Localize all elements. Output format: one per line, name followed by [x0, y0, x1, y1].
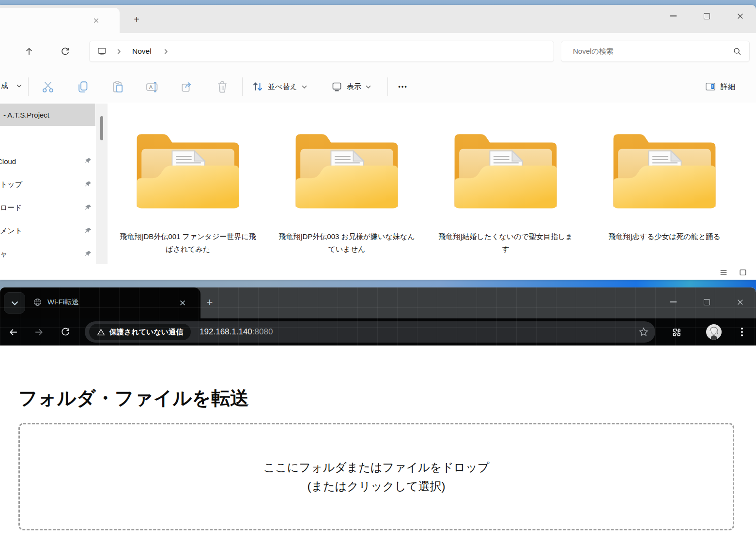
warning-icon [97, 328, 105, 336]
pin-icon[interactable] [84, 250, 92, 258]
up-button[interactable] [22, 45, 36, 58]
minimize-button[interactable] [666, 9, 680, 23]
sidebar-item-label: Cloud [0, 157, 16, 165]
folder-item[interactable]: 飛竜翔]結婚したくないので聖女目指します [433, 123, 578, 255]
folder-icon [450, 123, 561, 216]
details-button[interactable]: 詳細 [705, 79, 735, 94]
new-tab-button[interactable]: + [129, 12, 144, 27]
sort-arrows-icon [252, 81, 263, 92]
chevron-down-icon [302, 85, 307, 89]
view-label: 表示 [347, 82, 361, 91]
close-button[interactable] [733, 9, 747, 23]
chevron-down-icon[interactable] [16, 84, 22, 88]
file-explorer-window: + Novel [0, 5, 756, 280]
explorer-address-row: Novel Novelの検索 [0, 33, 756, 71]
explorer-statusbar [0, 264, 756, 280]
search-icon[interactable] [733, 47, 741, 56]
copy-button[interactable] [77, 80, 89, 93]
profile-avatar[interactable] [706, 324, 722, 340]
maximize-button[interactable] [699, 295, 714, 309]
tab-close-button[interactable] [91, 15, 101, 26]
reload-button[interactable] [59, 325, 72, 339]
browser-active-tab[interactable]: Wi-Fi転送 [27, 290, 200, 318]
sidebar-scrollbar[interactable] [96, 104, 108, 264]
thumbnail-view-button[interactable] [737, 267, 749, 278]
extensions-icon[interactable] [669, 325, 683, 339]
sidebar-item-desktop[interactable]: トップ [0, 178, 95, 191]
maximize-button[interactable] [699, 9, 714, 23]
share-button[interactable] [181, 80, 193, 93]
details-panel-icon [705, 81, 716, 92]
search-placeholder: Novelの検索 [573, 47, 733, 56]
screen: + Novel [0, 0, 756, 556]
sidebar-item-documents[interactable]: メント [0, 224, 95, 238]
scrollbar-thumb[interactable] [100, 116, 103, 140]
folder-item[interactable]: 飛竜翔]恋する少女は死の龍と踊る [592, 123, 737, 243]
menu-kebab-icon[interactable] [738, 325, 746, 339]
cut-button[interactable] [42, 80, 54, 93]
dropzone-text-line2: (またはクリックして選択) [307, 477, 445, 496]
toolbar-divider [28, 77, 29, 96]
omnibox[interactable]: 保護されていない通信 192.168.1.140 :8080 [85, 321, 655, 343]
sidebar-item-downloads[interactable]: ロード [0, 201, 95, 214]
refresh-button[interactable] [58, 45, 72, 58]
pin-icon[interactable] [84, 157, 92, 165]
security-chip-label: 保護されていない通信 [109, 328, 183, 337]
new-tab-button[interactable]: + [201, 294, 218, 311]
browser-chrome-top: Wi-Fi転送 + [0, 287, 756, 346]
sidebar-item-pictures[interactable]: ャ [0, 247, 95, 261]
folder-icon [291, 123, 402, 216]
avatar-sketch [706, 324, 722, 340]
sidebar-item-onedrive-project[interactable]: - A.T.S.Project [0, 104, 95, 126]
folder-name: 飛竜翔]結婚したくないので聖女目指します [437, 230, 574, 255]
explorer-toolbar: 成 並べ替え 表示 ••• [0, 71, 756, 103]
search-box[interactable]: Novelの検索 [561, 41, 750, 62]
url-port: :8080 [252, 327, 273, 337]
new-menu-label[interactable]: 成 [1, 81, 8, 90]
pin-icon[interactable] [84, 180, 92, 188]
browser-tabstrip: Wi-Fi転送 + [0, 287, 756, 318]
details-label: 詳細 [721, 82, 735, 91]
sidebar-item-label: メント [0, 226, 22, 236]
rename-button[interactable] [146, 80, 158, 93]
toolbar-divider [387, 77, 388, 96]
sort-label: 並べ替え [268, 82, 297, 91]
pin-icon[interactable] [84, 227, 92, 235]
list-view-button[interactable] [718, 267, 729, 278]
folder-item[interactable]: 飛竜翔]DB外伝001 ファンタジー世界に飛ばされてみた [115, 123, 261, 255]
folder-icon [609, 123, 720, 216]
tab-close-button[interactable] [177, 298, 188, 308]
sort-button[interactable]: 並べ替え [252, 79, 307, 94]
dropzone[interactable]: ここにフォルダまたはファイルをドロップ (またはクリックして選択) [18, 423, 734, 530]
folder-icon [132, 123, 244, 216]
explorer-body: - A.T.S.Project Cloud トップ ロード メント [0, 103, 756, 264]
sidebar: - A.T.S.Project Cloud トップ ロード メント [0, 103, 95, 264]
back-button[interactable] [6, 325, 20, 339]
browser-page: フォルダ・ファイルを転送 ここにフォルダまたはファイルをドロップ (またはクリッ… [0, 346, 756, 556]
pin-icon[interactable] [84, 204, 92, 211]
chevron-down-icon [366, 85, 371, 89]
security-chip[interactable]: 保護されていない通信 [89, 324, 191, 340]
minimize-button[interactable] [666, 295, 680, 309]
close-button[interactable] [733, 295, 747, 309]
sidebar-item-cloud[interactable]: Cloud [0, 154, 94, 168]
toolbar-divider [242, 77, 243, 96]
page-title: フォルダ・ファイルを転送 [18, 385, 249, 411]
bookmark-star-icon[interactable] [639, 327, 648, 337]
address-bar[interactable]: Novel [89, 41, 554, 62]
url-host: 192.168.1.140 [200, 327, 252, 337]
view-button[interactable]: 表示 [331, 79, 371, 94]
breadcrumb-item-novel[interactable]: Novel [132, 47, 152, 56]
forward-button[interactable] [32, 325, 46, 339]
this-pc-icon[interactable] [97, 47, 107, 56]
delete-button[interactable] [216, 80, 229, 93]
more-options-button[interactable]: ••• [393, 79, 413, 94]
paste-button[interactable] [111, 80, 124, 93]
explorer-active-tab[interactable] [0, 8, 120, 33]
breadcrumb-chevron-icon[interactable] [117, 49, 121, 54]
breadcrumb-chevron-icon[interactable] [164, 49, 168, 54]
tab-search-button[interactable] [4, 292, 25, 314]
dropzone-text-line1: ここにフォルダまたはファイルをドロップ [263, 458, 490, 477]
folder-name: 飛竜翔]DB外伝001 ファンタジー世界に飛ばされてみた [120, 230, 256, 255]
folder-item[interactable]: 飛竜翔]DP外伝003 お兄様が嫌いな妹なんていません [274, 123, 419, 255]
